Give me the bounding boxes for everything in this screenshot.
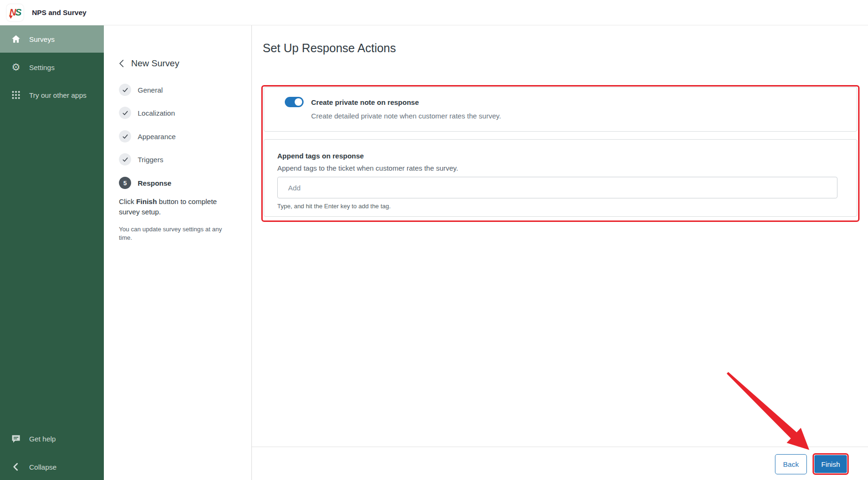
step-general[interactable]: General (119, 84, 163, 96)
toggle-knob (295, 98, 302, 106)
sidebar-item-label: Collapse (29, 463, 56, 471)
tags-input[interactable] (277, 177, 837, 198)
logo-arrow-icon (9, 16, 13, 19)
app-title: NPS and Survey (32, 8, 86, 16)
private-note-label: Create private note on response (311, 98, 419, 106)
step-check-icon (119, 130, 131, 142)
wizard-panel: New Survey General Localization Appearan… (104, 25, 252, 480)
append-tags-label: Append tags on response (277, 152, 364, 160)
sidebar-item-label: Surveys (29, 35, 55, 43)
step-check-icon (119, 107, 131, 119)
sidebar-item-settings[interactable]: ⚙ Settings (0, 55, 104, 79)
step-label: Triggers (138, 156, 163, 164)
sidebar-item-label: Settings (29, 63, 55, 71)
wizard-hint: Click Finish button to complete survey s… (119, 197, 229, 217)
hint-prefix: Click (119, 197, 136, 205)
sidebar-item-label: Try our other apps (29, 91, 86, 99)
sidebar-item-surveys[interactable]: Surveys (0, 25, 104, 53)
step-localization[interactable]: Localization (119, 107, 175, 119)
annotation-finish-highlight: Finish (813, 453, 849, 475)
sidebar-item-get-help[interactable]: Get help (0, 427, 104, 450)
append-tags-description: Append tags to the ticket when customer … (277, 164, 458, 172)
tags-helper-text: Type, and hit the Enter key to add the t… (277, 203, 391, 210)
step-label: Response (138, 179, 172, 187)
logo-letter-s: S (16, 7, 21, 18)
app-screen: NS NPS and Survey Surveys ⚙ Settings (0, 0, 868, 480)
sidebar: Surveys ⚙ Settings Try our other apps (0, 25, 104, 480)
wizard-header: New Survey (116, 58, 179, 69)
wizard-title: New Survey (131, 58, 179, 69)
footer-divider (252, 447, 868, 447)
step-appearance[interactable]: Appearance (119, 130, 176, 142)
step-label: Localization (138, 109, 175, 117)
finish-button[interactable]: Finish (814, 455, 847, 473)
sidebar-item-label: Get help (29, 435, 56, 443)
step-label: Appearance (138, 133, 176, 141)
hint-finish-bold: Finish (136, 197, 157, 205)
app-logo-icon: NS (7, 4, 23, 21)
step-response[interactable]: 5 Response (119, 177, 172, 189)
step-label: General (138, 86, 163, 94)
chat-icon (10, 433, 22, 444)
private-note-toggle[interactable] (285, 97, 304, 107)
sidebar-item-collapse[interactable]: Collapse (0, 455, 104, 479)
step-number-badge: 5 (119, 177, 131, 189)
wizard-note: You can update survey settings at any ti… (119, 225, 229, 242)
chevron-left-icon (10, 461, 22, 472)
private-note-row: Create private note on response (285, 97, 419, 107)
page-title: Set Up Response Actions (263, 41, 396, 55)
gear-icon: ⚙ (10, 62, 22, 73)
private-note-card: Create private note on response Create d… (264, 87, 857, 132)
append-tags-card: Append tags on response Append tags to t… (264, 139, 857, 217)
back-chevron-icon[interactable] (116, 58, 126, 69)
step-triggers[interactable]: Triggers (119, 153, 163, 165)
home-icon (10, 33, 22, 45)
apps-grid-icon (10, 89, 22, 101)
sidebar-item-try-other-apps[interactable]: Try our other apps (0, 83, 104, 107)
step-check-icon (119, 84, 131, 96)
step-check-icon (119, 153, 131, 165)
top-bar: NS NPS and Survey (0, 0, 868, 25)
back-button[interactable]: Back (775, 454, 807, 474)
private-note-description: Create detailed private note when custom… (311, 112, 501, 120)
